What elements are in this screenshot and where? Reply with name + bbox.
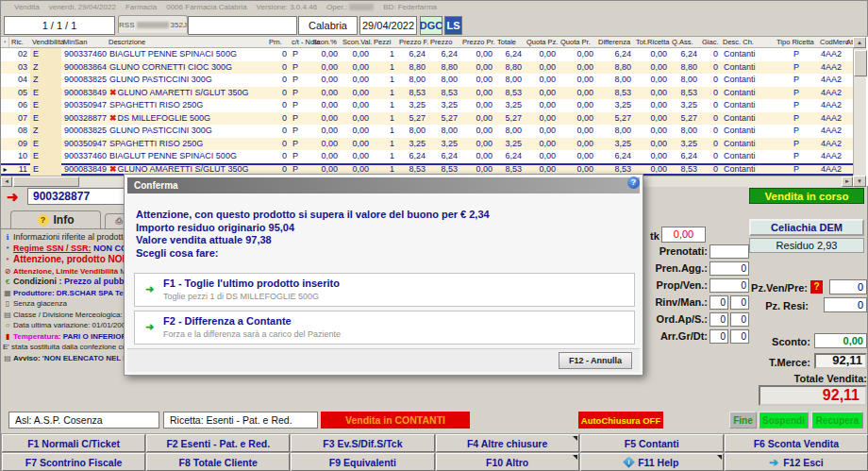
- empty-field[interactable]: [188, 16, 297, 35]
- table-row[interactable]: 08Z900083825GLUNO PASTICCINI 300G0P0,000…: [1, 125, 853, 138]
- celiachia-dem-button[interactable]: Celiachia DEM: [749, 219, 864, 236]
- table-cell: 8,80: [495, 61, 525, 75]
- grid-corner-icon: ▪: [1, 37, 9, 47]
- region-field: Calabria: [298, 16, 358, 35]
- column-header[interactable]: MinSan: [61, 37, 107, 47]
- ls-badge[interactable]: LS: [444, 16, 462, 35]
- column-header[interactable]: Descrizione: [107, 37, 267, 47]
- column-header[interactable]: CodMerc: [818, 37, 844, 47]
- counter-field-value[interactable]: 0: [709, 312, 728, 327]
- rss-tab[interactable]: RSS352J: [118, 15, 188, 33]
- ricetta-field[interactable]: Ricetta: Esenti - Pat. e Red.: [163, 412, 318, 429]
- table-row[interactable]: 05E900083849✖GLUNO AMARETTI S/GLUT 350G0…: [1, 87, 853, 100]
- column-header[interactable]: Quota Pr.: [559, 37, 596, 47]
- table-cell: P: [290, 87, 310, 100]
- scroll-up-icon[interactable]: ▲: [853, 37, 866, 48]
- table-row[interactable]: 04Z900083825GLUNO PASTICCINI 300G0P0,000…: [1, 74, 853, 87]
- autochiusura-indicator[interactable]: AutoChiusura OFF: [578, 412, 663, 429]
- column-header[interactable]: Vendibilità: [30, 37, 61, 47]
- table-cell: 0,00: [525, 74, 559, 87]
- fkey-f2-button[interactable]: F2 Esenti - Pat. e Red.: [146, 434, 290, 452]
- column-header[interactable]: Quota Pz.: [525, 37, 559, 47]
- dialog-option-f1[interactable]: ➜ F1 - Toglie l'ultimo prodotto inserito…: [134, 273, 635, 307]
- counter-field-value[interactable]: 0: [709, 295, 728, 310]
- fkey-f11-button[interactable]: iF11 Help: [580, 453, 724, 471]
- table-cell: 0,00: [310, 48, 341, 61]
- counter-field-value[interactable]: [709, 244, 749, 259]
- dialog-option-f2[interactable]: ➜ F2 - Differenza a Contante Forza e la …: [134, 311, 635, 345]
- pz-resi-value[interactable]: 0: [824, 297, 867, 312]
- fkey-f5-button[interactable]: F5 Contanti: [580, 434, 724, 452]
- table-cell: E: [30, 163, 61, 177]
- fine-button[interactable]: Fine: [729, 412, 757, 429]
- fkey-f7-button[interactable]: F7 Scontrino Fiscale: [2, 453, 145, 471]
- sconto-value[interactable]: 0,00: [814, 333, 867, 348]
- info-line: ▤Avviso: 'NON ELENCATO NEL REGISTR: [3, 353, 124, 364]
- column-header[interactable]: Tipo Ricetta: [775, 37, 818, 47]
- table-cell: 6,24: [397, 48, 428, 61]
- column-header[interactable]: Prezzo F.: [397, 37, 428, 47]
- fkey-f4-button[interactable]: F4 Altre chiusure: [436, 434, 579, 452]
- column-header[interactable]: Prezzo: [428, 37, 460, 47]
- recupera-button[interactable]: Recupera: [811, 412, 863, 429]
- fkey-f12-button[interactable]: ➔F12 Esci: [725, 453, 868, 471]
- table-cell: 8,00: [670, 125, 700, 138]
- asl-field[interactable]: Asl: A.S.P. Cosenza: [8, 412, 159, 429]
- fkey-f3-button[interactable]: F3 Ev.S/Dif.S/Tck: [291, 434, 434, 452]
- counter-field-value[interactable]: 0: [709, 261, 749, 276]
- sospendi-button[interactable]: Sospendi: [759, 412, 809, 429]
- counter-field-value[interactable]: 0: [709, 329, 728, 344]
- table-row[interactable]: 09E900350947SPAGHETTI RISO 250G0P0,000,0…: [1, 138, 853, 151]
- table-row[interactable]: 10E900337460BIAGLUT PENNE SPINACI 500G0P…: [1, 150, 853, 163]
- table-cell: 8,00: [670, 74, 700, 87]
- counter-field-value[interactable]: 0: [730, 295, 749, 310]
- question-badge-icon[interactable]: ?: [810, 280, 823, 294]
- pz-ven-pre-value[interactable]: 0: [829, 279, 867, 294]
- table-row[interactable]: 02E900337460BIAGLUT PENNE SPINACI 500G0P…: [1, 48, 853, 61]
- column-header[interactable]: Scon.Val.: [341, 37, 372, 47]
- column-header[interactable]: Giac.: [700, 37, 721, 47]
- column-header[interactable]: Atc: [844, 37, 850, 47]
- column-header[interactable]: Desc. Ch.: [721, 37, 775, 47]
- table-cell: 900083849: [61, 163, 107, 177]
- fkey-f10-button[interactable]: F10 Altro: [436, 453, 579, 471]
- vertical-scrollbar[interactable]: ▲ ▼: [853, 37, 866, 187]
- column-header[interactable]: Q.Ass.: [670, 37, 700, 47]
- tab-info[interactable]: ? Info: [10, 210, 101, 228]
- table-cell: 0,00: [310, 87, 341, 100]
- table-cell: 0,00: [460, 138, 495, 151]
- fkey-f8-button[interactable]: F8 Totale Cliente: [146, 453, 290, 471]
- fkey-f6-button[interactable]: F6 Sconta Vendita: [725, 434, 868, 452]
- table-cell: 1: [372, 138, 397, 151]
- column-header[interactable]: c/t - Nota: [290, 37, 310, 47]
- table-row[interactable]: 03Z900083864GLUNO CORNETTI CIOC 300G0P0,…: [1, 61, 853, 75]
- vertical-scroll-thumb[interactable]: [854, 50, 867, 76]
- column-header[interactable]: Tot.Ricetta: [634, 37, 670, 47]
- counter-field-value[interactable]: 0: [730, 329, 749, 344]
- column-header[interactable]: Differenza: [596, 37, 634, 47]
- dgc-badge[interactable]: DGC: [420, 16, 442, 35]
- column-header[interactable]: Prn.: [267, 37, 290, 47]
- column-header[interactable]: Pezzi: [372, 37, 397, 47]
- column-header[interactable]: Totale: [495, 37, 525, 47]
- help-icon[interactable]: ?: [627, 177, 640, 189]
- table-cell: Contanti: [721, 48, 775, 61]
- column-header[interactable]: Ric.: [9, 37, 30, 47]
- table-row[interactable]: 06E900350947SPAGHETTI RISO 250G0P0,000,0…: [1, 99, 853, 112]
- column-header[interactable]: Prezzo Pr.: [460, 37, 495, 47]
- info-text: E' stata sostituita dalla confezione con…: [3, 343, 124, 351]
- counter-field-value[interactable]: 0: [709, 278, 749, 293]
- table-row[interactable]: 07E900328877✖DS MILLEFOGLIE 500G0P0,000,…: [1, 112, 853, 126]
- titlebar-version: Versione: 3.0.4.46: [257, 3, 318, 11]
- annulla-button[interactable]: F12 - Annulla: [559, 352, 632, 369]
- table-cell: P: [290, 112, 310, 126]
- column-header[interactable]: Scon.%: [310, 37, 341, 47]
- fkey-f1-button[interactable]: F1 Normali C/Ticket: [2, 434, 145, 452]
- table-cell: 0: [267, 74, 290, 87]
- table-cell: 0,00: [460, 74, 495, 87]
- fkey-f9-button[interactable]: F9 Equivalenti: [291, 453, 434, 471]
- table-cell: 900337460: [61, 150, 107, 163]
- table-cell: E: [30, 87, 61, 100]
- counter-field-value[interactable]: 0: [730, 312, 749, 327]
- info-line: *Regime SSN / SSR: NON CONCE: [3, 244, 124, 255]
